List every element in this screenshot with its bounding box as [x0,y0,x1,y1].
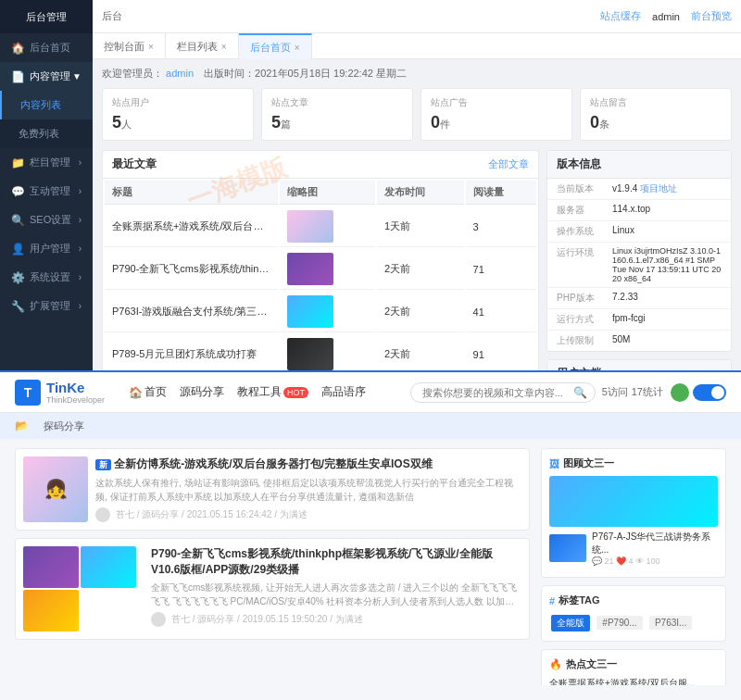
hot-icon: 🔥 [549,658,562,670]
welcome-bar: 欢迎管理员： admin 出版时间：2021年05月18日 19:22:42 星… [102,67,732,81]
nav-tools[interactable]: 教程工具 HOT [237,384,308,400]
tab-columns[interactable]: 栏目列表 × [166,33,239,59]
blog-header: T TinKe ThinkDeveloper 🏠 首页 源码分享 教程工具 HO… [0,372,741,413]
topbar-title: 后台 [102,9,122,23]
cell-time-3: 2天前 [377,334,464,370]
cell-views-2: 41 [466,292,536,332]
admin-user[interactable]: admin [652,11,680,22]
cell-views-0: 3 [466,206,536,247]
sidebar-item-content[interactable]: 📄 内容管理 ▼ [0,62,93,91]
table-row-0[interactable]: 全账票据系统+游戏系统/双后台服务器打包/完整版生安卓IOS双维 1天前 3 [105,206,536,247]
sidebar-item-users[interactable]: 👤 用户管理 › [0,234,93,263]
sidebar-item-system[interactable]: ⚙️ 系统设置 › [0,263,93,292]
article-thumb-1c [23,590,79,631]
topbar-left: 后台 [102,9,122,23]
settings-icon: ⚙️ [11,271,24,284]
nav-source[interactable]: 源码分享 [180,384,224,400]
tab-close-2[interactable]: × [295,43,300,53]
cache-button[interactable]: 站点缓存 [600,9,641,23]
sidebar-item-seo[interactable]: 🔍 SEO设置 › [0,206,93,234]
tab-bar: 控制台面 × 栏目列表 × 后台首页 × [93,33,741,59]
cell-thumb-1 [280,249,375,290]
hot-item-0[interactable]: 全账票据系统+游戏系统/双后台服... [549,677,718,685]
cat-explore[interactable]: 探码分享 [44,419,84,433]
sidebar-item-content-list[interactable]: 内容列表 [0,91,93,119]
sidebar-item-columns[interactable]: 📁 栏目管理 › [0,148,93,177]
stats-row: 站点用户 5人 站点文章 5篇 站点广告 0件 站点留言 0条 [102,88,732,141]
seo-icon: 🔍 [11,214,24,227]
welcome-time: 出版时间：2021年05月18日 19:22:42 星期二 [204,68,407,79]
tag-icon: # [549,595,555,606]
cell-title-1: P790-全新飞飞cms影视系统/thinkphp框架影视系统/飞飞源业全能版V… [105,249,278,290]
preview-button[interactable]: 前台预览 [691,9,732,23]
cat-bar-icon: 📂 [15,419,29,432]
two-col-layout: 最近文章 全部文章 标题 缩略图 发布时间 阅读量 [102,150,732,370]
tab-close-0[interactable]: × [148,42,154,52]
version-os-row: 操作系统 Linux [547,221,731,243]
cell-title-2: P763I-游戏版融合支付系统/第三方面/方支付系统/全开系完整无源目所服务器运… [105,292,278,332]
col-thumb: 缩略图 [280,181,375,205]
admin-link[interactable]: admin [166,68,194,79]
recent-feature-img [549,476,718,527]
article-card-content-0: 新 全新仿博系统-游戏系统/双后台服务器打包/完整版生安卓IOS双维 这款系统人… [95,456,521,522]
article-thumb-1b [81,546,136,588]
system-arrow: › [79,272,82,282]
article-card-0: 👧 新 全新仿博系统-游戏系统/双后台服务器打包/完整版生安卓IOS双维 这款系… [15,448,530,531]
all-articles-link[interactable]: 全部文章 [488,157,529,171]
sidebar-item-interaction[interactable]: 💬 互动管理 › [0,177,93,206]
blog-nav: 🏠 首页 源码分享 教程工具 HOT 高品语序 [129,384,396,400]
visitor-count: 5访问 [602,385,628,399]
topbar: 后台 站点缓存 admin 前台预览 [93,0,741,33]
tab-dashboard[interactable]: 控制台面 × [93,33,166,59]
sidebar-item-extend[interactable]: 🔧 扩展管理 › [0,292,93,320]
widget-hot-title: 🔥 热点文三一 [549,657,718,671]
article-thumb-0: 👧 [23,456,88,522]
table-row-3[interactable]: P789-5月元旦团灯系统成功打赛 2天前 91 [105,334,536,370]
recent-icon: 🖼 [549,458,559,469]
search-icon[interactable]: 🔍 [573,386,587,399]
tab-close-1[interactable]: × [221,42,227,52]
sidebar-item-free-list[interactable]: 免费列表 [0,119,93,148]
blog-logo: T TinKe ThinkDeveloper [15,380,105,406]
cell-thumb-0 [280,206,375,247]
author-avatar-1 [151,612,166,627]
widget-recent-title: 🖼 图顾文三一 [549,456,718,470]
blog-logo-sub: ThinkDeveloper [46,395,105,405]
tag-2[interactable]: P763I... [649,616,692,630]
dark-mode-toggle[interactable] [693,384,726,401]
help-card: 用户文档 [546,359,732,370]
left-col: 最近文章 全部文章 标题 缩略图 发布时间 阅读量 [102,150,539,370]
sidebar: 后台管理 🏠 后台首页 📄 内容管理 ▼ 内容列表 免费列表 📁 栏目管理 › … [0,0,93,370]
widget-tags-title: # 标签TAG [549,594,718,607]
cell-title-0: 全账票据系统+游戏系统/双后台服务器打包/完整版生安卓IOS双维 [105,206,278,247]
folder-icon: 📁 [11,156,24,169]
user-icon: 👤 [11,243,24,256]
version-php-row: PHP版本 7.2.33 [547,288,731,309]
project-link[interactable]: 项目地址 [640,183,677,194]
cell-title-3: P789-5月元旦团灯系统成功打赛 [105,334,278,370]
blog-header-right: 5访问 17统计 [602,383,726,402]
table-row-2[interactable]: P763I-游戏版融合支付系统/第三方面/方支付系统/全开系完整无源目所服务器运… [105,292,536,332]
widget-tags: # 标签TAG 全能版 #P790... P763I... [541,585,726,642]
blog-site: T TinKe ThinkDeveloper 🏠 首页 源码分享 教程工具 HO… [0,372,741,700]
cat-scroll-bar: 📂 探码分享 [0,413,741,439]
tag-0[interactable]: 全能版 [551,615,590,631]
blog-sidebar: 🖼 图顾文三一 P767-A-JS华代三战讲势务系统... 💬 21 ❤️ 4 … [541,448,726,685]
version-method-row: 运行方式 fpm-fcgi [547,309,731,331]
sidebar-item-dashboard[interactable]: 🏠 后台首页 [0,33,93,62]
tag-1[interactable]: #P790... [597,616,642,630]
cell-thumb-2 [280,292,375,332]
main-content: 后台 站点缓存 admin 前台预览 控制台面 × 栏目列表 × 后台首页 × [93,0,741,370]
nav-high[interactable]: 高品语序 [321,384,366,400]
recent-item-0[interactable]: P767-A-JS华代三战讲势务系统... 💬 21 ❤️ 4 👁 100 [549,531,718,566]
table-row-1[interactable]: P790-全新飞飞cms影视系统/thinkphp框架影视系统/飞飞源业全能版V… [105,249,536,290]
admin-panel: 后台管理 🏠 后台首页 📄 内容管理 ▼ 内容列表 免费列表 📁 栏目管理 › … [0,0,741,370]
col-time: 发布时间 [377,181,464,205]
cell-views-1: 71 [466,249,536,290]
cell-thumb-3 [280,334,375,370]
search-input[interactable] [410,382,596,403]
nav-home[interactable]: 🏠 首页 [129,384,167,400]
tab-home[interactable]: 后台首页 × [239,33,312,59]
chat-icon: 💬 [11,185,24,198]
article-card-content-1: P790-全新飞飞cms影视系统/thinkphp框架影视系统/飞飞源业/全能版… [151,546,521,631]
